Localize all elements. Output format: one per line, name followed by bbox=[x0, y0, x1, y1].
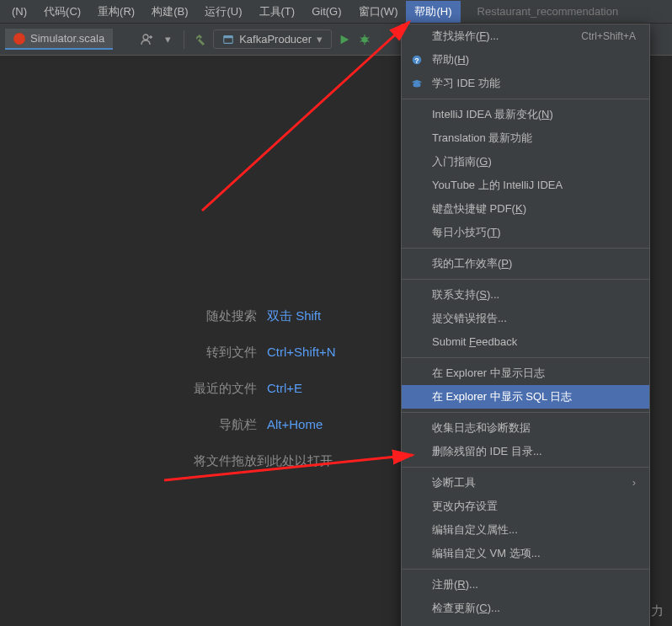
add-user-icon[interactable] bbox=[140, 32, 155, 47]
menu-item-label: Translation 最新功能 bbox=[432, 131, 532, 146]
menu-refactor[interactable]: 重构(R) bbox=[89, 1, 143, 23]
menu-item-label: 编辑自定义 VM 选项... bbox=[432, 546, 541, 561]
run-button[interactable] bbox=[337, 32, 352, 47]
hint-row: 转到文件 Ctrl+Shift+N bbox=[194, 345, 336, 361]
menu-item[interactable]: 学习 IDE 功能 bbox=[402, 72, 649, 95]
menu-item-label: 诊断工具 bbox=[432, 475, 476, 490]
svg-text:?: ? bbox=[414, 56, 419, 65]
run-config-label: KafkaProducer bbox=[239, 33, 312, 45]
editor-tab[interactable]: Simulator.scala bbox=[5, 29, 113, 50]
menu-separator bbox=[402, 248, 649, 249]
menu-item[interactable]: 我的工作效率(P) bbox=[402, 252, 649, 276]
menu-item-label: 编辑自定义属性... bbox=[432, 522, 518, 538]
hint-label: 最近的文件 bbox=[194, 381, 257, 397]
menu-item-label: 注册(R)... bbox=[432, 577, 478, 592]
hint-row: 随处搜索 双击 Shift bbox=[194, 308, 336, 324]
menu-item-label: 删除残留的 IDE 目录... bbox=[432, 444, 542, 459]
svg-rect-2 bbox=[224, 35, 233, 38]
menu-item-label: 收集日志和诊断数据 bbox=[432, 420, 531, 436]
hint-shortcut: Ctrl+E bbox=[267, 381, 302, 397]
menu-tools[interactable]: 工具(T) bbox=[251, 1, 304, 23]
menu-item-label: 检查更新(C)... bbox=[432, 601, 500, 616]
menubar: (N) 代码(C) 重构(R) 构建(B) 运行(U) 工具(T) Git(G)… bbox=[0, 0, 672, 24]
tab-label: Simulator.scala bbox=[30, 32, 104, 45]
window-title: Restaurant_recommendation bbox=[461, 2, 636, 21]
menu-separator bbox=[402, 412, 649, 413]
debug-button[interactable] bbox=[357, 32, 372, 47]
menu-item[interactable]: 关于(A) bbox=[402, 620, 649, 626]
scala-file-icon bbox=[13, 33, 25, 45]
menu-item[interactable]: Translation 最新功能 bbox=[402, 126, 649, 150]
menu-item-label: 查找操作(F)... bbox=[432, 29, 499, 44]
hint-shortcut: Alt+Home bbox=[267, 417, 323, 433]
cap-icon bbox=[410, 77, 424, 90]
menu-item-label: IntelliJ IDEA 最新变化(N) bbox=[432, 107, 553, 122]
hint-label: 导航栏 bbox=[194, 417, 257, 433]
menu-item[interactable]: 注册(R)... bbox=[402, 573, 649, 597]
svg-point-0 bbox=[143, 35, 148, 40]
menu-git[interactable]: Git(G) bbox=[303, 2, 349, 21]
hint-label: 转到文件 bbox=[194, 345, 257, 361]
hint-shortcut: Ctrl+Shift+N bbox=[267, 345, 336, 361]
menu-item[interactable]: IntelliJ IDEA 最新变化(N) bbox=[402, 103, 649, 126]
help-icon: ? bbox=[410, 53, 424, 67]
run-config-icon bbox=[222, 34, 234, 45]
svg-point-3 bbox=[362, 36, 368, 42]
run-config-selector[interactable]: KafkaProducer ▾ bbox=[213, 29, 332, 49]
menu-item[interactable]: Submit Feedback bbox=[402, 330, 649, 354]
menu-item[interactable]: 更改内存设置 bbox=[402, 495, 649, 518]
menu-item-label: 在 Explorer 中显示日志 bbox=[432, 366, 545, 381]
menu-item-label: YouTube 上的 IntelliJ IDEA bbox=[432, 178, 563, 193]
menu-item-label: Submit Feedback bbox=[432, 334, 517, 350]
menu-item[interactable]: 键盘快捷键 PDF(K) bbox=[402, 197, 649, 221]
menu-item[interactable]: 在 Explorer 中显示日志 bbox=[402, 361, 649, 385]
separator bbox=[184, 30, 184, 49]
chevron-right-icon: › bbox=[632, 475, 636, 490]
menu-item[interactable]: YouTube 上的 IntelliJ IDEA bbox=[402, 174, 649, 197]
menu-item-label: 提交错误报告... bbox=[432, 311, 507, 326]
hint-label: 随处搜索 bbox=[194, 308, 257, 324]
menu-separator bbox=[402, 99, 649, 99]
menu-separator bbox=[402, 569, 649, 570]
menu-item[interactable]: 编辑自定义属性... bbox=[402, 518, 649, 542]
menu-item-label: 学习 IDE 功能 bbox=[432, 76, 500, 91]
menu-shortcut: Ctrl+Shift+A bbox=[581, 29, 636, 44]
menu-item-label: 我的工作效率(P) bbox=[432, 256, 512, 271]
menu-separator bbox=[402, 467, 649, 468]
menu-item-label: 帮助(H) bbox=[432, 52, 469, 67]
menu-item[interactable]: 入门指南(G) bbox=[402, 150, 649, 174]
hint-row: 导航栏 Alt+Home bbox=[194, 417, 336, 433]
menu-item[interactable]: 每日小技巧(T) bbox=[402, 221, 649, 244]
empty-editor-hints: 随处搜索 双击 Shift 转到文件 Ctrl+Shift+N 最近的文件 Ct… bbox=[194, 308, 336, 469]
menu-item-label: 更改内存设置 bbox=[432, 499, 498, 514]
menu-item[interactable]: 在 Explorer 中显示 SQL 日志 bbox=[402, 385, 649, 409]
hint-drop-text: 将文件拖放到此处以打开 bbox=[194, 453, 336, 469]
menu-run[interactable]: 运行(U) bbox=[196, 1, 250, 23]
menu-help[interactable]: 帮助(H) bbox=[406, 1, 460, 23]
hint-row: 最近的文件 Ctrl+E bbox=[194, 381, 336, 397]
menu-item-label: 联系支持(S)... bbox=[432, 287, 499, 302]
menu-item[interactable]: ?帮助(H) bbox=[402, 48, 649, 72]
menu-code[interactable]: 代码(C) bbox=[35, 1, 89, 23]
chevron-down-icon: ▾ bbox=[317, 33, 323, 45]
help-menu-dropdown: 查找操作(F)...Ctrl+Shift+A?帮助(H)学习 IDE 功能Int… bbox=[401, 24, 650, 626]
menu-item[interactable]: 查找操作(F)...Ctrl+Shift+A bbox=[402, 24, 649, 48]
menu-item[interactable]: 删除残留的 IDE 目录... bbox=[402, 440, 649, 463]
menu-item-label: 在 Explorer 中显示 SQL 日志 bbox=[432, 389, 572, 404]
menu-n[interactable]: (N) bbox=[3, 2, 35, 21]
menu-build[interactable]: 构建(B) bbox=[143, 1, 196, 23]
menu-item[interactable]: 诊断工具› bbox=[402, 471, 649, 495]
menu-item[interactable]: 收集日志和诊断数据 bbox=[402, 416, 649, 440]
menu-item[interactable]: 编辑自定义 VM 选项... bbox=[402, 542, 649, 565]
build-icon[interactable] bbox=[193, 32, 208, 47]
menu-item-label: 入门指南(G) bbox=[432, 154, 492, 169]
menu-item[interactable]: 提交错误报告... bbox=[402, 307, 649, 330]
menu-item[interactable]: 检查更新(C)... bbox=[402, 597, 649, 620]
menu-separator bbox=[402, 357, 649, 358]
chevron-down-icon[interactable]: ▾ bbox=[160, 32, 175, 47]
menu-item[interactable]: 联系支持(S)... bbox=[402, 283, 649, 307]
hint-shortcut: 双击 Shift bbox=[267, 308, 321, 324]
menu-window[interactable]: 窗口(W) bbox=[350, 1, 407, 23]
menu-item-label: 键盘快捷键 PDF(K) bbox=[432, 201, 526, 217]
menu-item-label: 每日小技巧(T) bbox=[432, 225, 501, 240]
